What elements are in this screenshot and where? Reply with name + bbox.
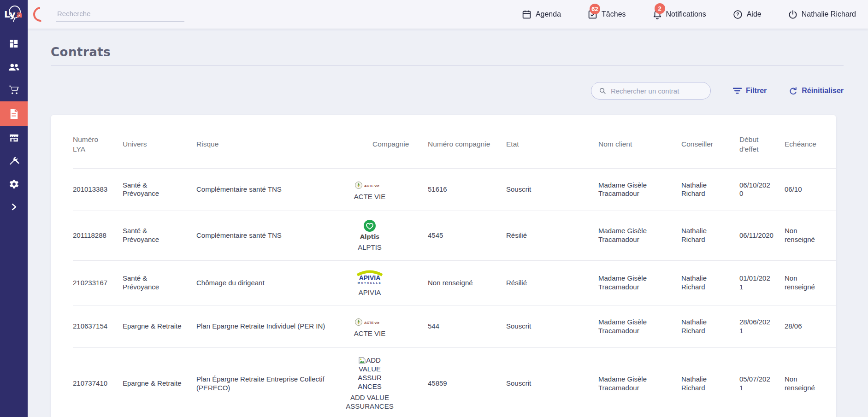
col-numero-compagnie: Numéro compagnie [428, 115, 506, 168]
contracts-table-body: 201013383Santé & PrévoyanceComplémentair… [73, 168, 836, 417]
tasks-button[interactable]: 62 Tâches [588, 10, 626, 19]
svg-text:a: a [16, 9, 23, 20]
cell-compagnie: AlptisALPTIS [339, 211, 428, 260]
cell-numero-compagnie: 51616 [428, 168, 506, 211]
help-icon: ? [733, 10, 743, 19]
cell-risque: Plan Epargne Retraite Individuel (PER IN… [196, 305, 339, 348]
col-numero-lya: Numéro LYA [73, 115, 123, 168]
apivia-logo-icon: APIVIAMUTUELLE [354, 269, 385, 286]
cell-conseiller: Nathalie Richard [681, 211, 739, 260]
topbar: Agenda 62 Tâches 2 Notifications ? Aide … [28, 0, 868, 29]
svg-text:Ly: Ly [4, 9, 15, 20]
cart-icon [9, 85, 19, 95]
loading-spinner [30, 4, 51, 24]
table-row[interactable]: 201013383Santé & PrévoyanceComplémentair… [73, 168, 836, 211]
cell-numero-compagnie: 544 [428, 305, 506, 348]
main-content: Contrats Filtrer Réinitialiser Numéro LY… [28, 29, 868, 417]
cell-debut-effet: 28/06/2021 [739, 305, 785, 348]
contracts-table: Numéro LYA Univers Risque Compagnie Numé… [73, 115, 836, 417]
col-debut-effet: Début d'effet [739, 115, 785, 168]
table-row[interactable]: 210637154Epargne & RetraitePlan Epargne … [73, 305, 836, 348]
sidebar: Ly a [0, 0, 28, 417]
help-label: Aide [747, 10, 762, 18]
notifications-label: Notifications [666, 10, 706, 18]
dashboard-icon [9, 39, 19, 49]
chevron-right-icon [11, 203, 17, 211]
svg-text:?: ? [736, 12, 739, 17]
notifications-badge: 2 [655, 3, 665, 14]
company-logo-alptis: Alptis [339, 219, 400, 241]
notifications-button[interactable]: 2 Notifications [653, 9, 706, 19]
company-logo-actevie: ACTE vie [339, 315, 400, 327]
gear-icon [9, 179, 19, 189]
cell-risque: Plan Épargne Retraite Entreprise Collect… [196, 348, 339, 417]
sidebar-item-clients[interactable] [0, 55, 28, 78]
col-nom-client: Nom client [598, 115, 681, 168]
company-name-caption: APIVIA [339, 288, 400, 297]
contract-search-input[interactable] [611, 87, 703, 95]
sidebar-item-settings[interactable] [0, 172, 28, 195]
table-row[interactable]: 210233167Santé & PrévoyanceChômage du di… [73, 260, 836, 305]
table-header-row: Numéro LYA Univers Risque Compagnie Numé… [73, 115, 836, 168]
calendar-icon [522, 10, 531, 19]
topbar-menu: Agenda 62 Tâches 2 Notifications ? Aide … [522, 9, 868, 19]
company-name-caption: ADD VALUE ASSURANCES [339, 394, 400, 411]
cell-univers: Santé & Prévoyance [123, 211, 196, 260]
cell-etat: Souscrit [506, 348, 598, 417]
agenda-button[interactable]: Agenda [522, 10, 561, 19]
sidebar-item-dashboard[interactable] [0, 32, 28, 55]
document-icon [9, 109, 18, 119]
reset-button[interactable]: Réinitialiser [789, 87, 844, 95]
cell-nom-client: Madame Gisèle Tracamadour [598, 168, 681, 211]
cell-debut-effet: 06/10/2020 [739, 168, 785, 211]
tasks-label: Tâches [602, 10, 626, 18]
cell-echeance: 28/06 [785, 305, 836, 348]
cell-numero-compagnie: Non renseigné [428, 260, 506, 305]
cell-numero-compagnie: 45859 [428, 348, 506, 417]
cell-conseiller: Nathalie Richard [681, 260, 739, 305]
contracts-table-card: Numéro LYA Univers Risque Compagnie Numé… [51, 115, 836, 417]
cell-univers: Epargne & Retraite [123, 348, 196, 417]
cell-compagnie: ACTE vieACTE VIE [339, 305, 428, 348]
help-button[interactable]: ? Aide [733, 10, 762, 19]
filter-button[interactable]: Filtrer [733, 87, 767, 95]
contract-search-box[interactable] [591, 82, 711, 100]
cell-etat: Souscrit [506, 168, 598, 211]
user-menu-button[interactable]: Nathalie Richard [788, 10, 856, 19]
cell-univers: Epargne & Retraite [123, 305, 196, 348]
sidebar-item-contracts[interactable] [0, 101, 28, 126]
search-icon [599, 87, 606, 95]
actevie-logo-icon: ACTE vie [354, 317, 385, 327]
sidebar-item-expand[interactable] [0, 195, 28, 218]
sidebar-item-cart[interactable] [0, 78, 28, 101]
cell-risque: Complémentaire santé TNS [196, 211, 339, 260]
global-search-input[interactable] [56, 7, 184, 22]
cell-univers: Santé & Prévoyance [123, 168, 196, 211]
cell-etat: Résilié [506, 211, 598, 260]
table-row[interactable]: 201118288Santé & PrévoyanceComplémentair… [73, 211, 836, 260]
app-logo[interactable]: Ly a [0, 0, 28, 29]
svg-text:ACTE vie: ACTE vie [364, 321, 379, 325]
agenda-label: Agenda [536, 10, 561, 18]
cell-compagnie: ADD VALUE ASSURANCESADD VALUE ASSURANCES [339, 348, 428, 417]
table-row[interactable]: 210737410Epargne & RetraitePlan Épargne … [73, 348, 836, 417]
cell-nom-client: Madame Gisèle Tracamadour [598, 211, 681, 260]
store-icon [9, 133, 19, 143]
sidebar-item-marketplace[interactable] [0, 126, 28, 149]
svg-text:ACTE vie: ACTE vie [364, 183, 379, 188]
cell-nom-client: Madame Gisèle Tracamadour [598, 260, 681, 305]
refresh-icon [789, 87, 797, 95]
cell-risque: Chômage du dirigeant [196, 260, 339, 305]
power-icon [788, 10, 797, 19]
actevie-logo-icon: ACTE vie [354, 181, 385, 190]
sidebar-item-tools[interactable] [0, 149, 28, 172]
col-compagnie: Compagnie [339, 115, 428, 168]
alptis-logo-icon: Alptis [357, 219, 383, 241]
reset-label: Réinitialiser [802, 87, 844, 95]
cell-univers: Santé & Prévoyance [123, 260, 196, 305]
col-etat: Etat [506, 115, 598, 168]
company-name-caption: ACTE VIE [339, 193, 400, 201]
svg-text:APIVIA: APIVIA [359, 274, 381, 282]
cell-conseiller: Nathalie Richard [681, 348, 739, 417]
cell-conseiller: Nathalie Richard [681, 168, 739, 211]
